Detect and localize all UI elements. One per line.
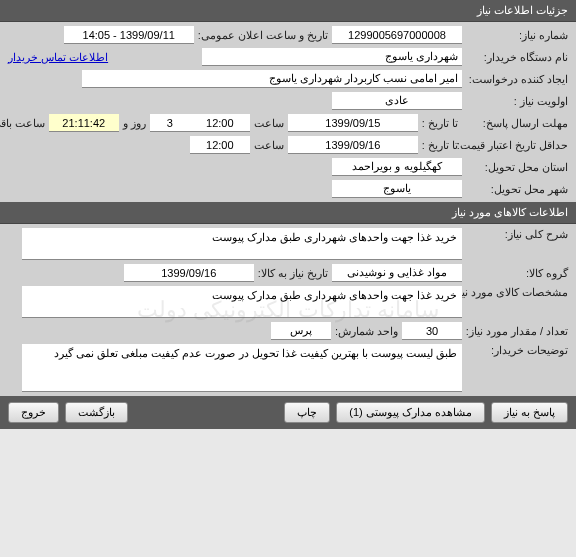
row-creator: ایجاد کننده درخواست:: [4, 68, 572, 90]
label-creator: ایجاد کننده درخواست:: [462, 73, 572, 86]
field-priority[interactable]: [332, 92, 462, 110]
field-city[interactable]: [332, 180, 462, 198]
field-credit-date[interactable]: [288, 136, 418, 154]
reply-button[interactable]: پاسخ به نیاز: [491, 402, 568, 423]
field-days[interactable]: [150, 114, 190, 132]
field-need-number[interactable]: [332, 26, 462, 44]
field-province[interactable]: [332, 158, 462, 176]
panel-goods: سامانه تدارکات الکترونیکی دولت شرح کلی ن…: [0, 224, 576, 396]
field-notes[interactable]: [22, 344, 462, 392]
field-spec[interactable]: [22, 286, 462, 318]
row-notes: توضیحات خریدار:: [4, 342, 572, 394]
field-qty[interactable]: [402, 322, 462, 340]
label-need-number: شماره نیاز:: [462, 29, 572, 42]
label-to-date: تا تاریخ :: [418, 117, 462, 130]
row-group: گروه کالا: تاریخ نیاز به کالا:: [4, 262, 572, 284]
print-button[interactable]: چاپ: [284, 402, 330, 423]
label-credit-to-date: تا تاریخ :: [418, 139, 462, 152]
label-unit: واحد شمارش:: [331, 325, 402, 338]
row-deadline: مهلت ارسال پاسخ: تا تاریخ : ساعت روز و س…: [4, 112, 572, 134]
label-desc: شرح کلی نیاز:: [462, 228, 572, 241]
row-need-number: شماره نیاز: تاریخ و ساعت اعلان عمومی:: [4, 24, 572, 46]
row-buyer: نام دستگاه خریدار: اطلاعات تماس خریدار: [4, 46, 572, 68]
label-notes: توضیحات خریدار:: [462, 344, 572, 357]
field-need-date[interactable]: [124, 264, 254, 282]
label-deadline: مهلت ارسال پاسخ:: [462, 117, 572, 130]
row-city: شهر محل تحویل:: [4, 178, 572, 200]
row-province: استان محل تحویل:: [4, 156, 572, 178]
label-need-date: تاریخ نیاز به کالا:: [254, 267, 332, 280]
label-qty: تعداد / مقدار مورد نیاز:: [462, 325, 572, 338]
attachments-button[interactable]: مشاهده مدارک پیوستی (1): [336, 402, 485, 423]
field-buyer[interactable]: [202, 48, 462, 66]
label-buyer: نام دستگاه خریدار:: [462, 51, 572, 64]
label-province: استان محل تحویل:: [462, 161, 572, 174]
field-announce[interactable]: [64, 26, 194, 44]
row-credit: حداقل تاریخ اعتبار قیمت: تا تاریخ : ساعت: [4, 134, 572, 156]
field-unit[interactable]: [271, 322, 331, 340]
label-announce: تاریخ و ساعت اعلان عمومی:: [194, 29, 332, 42]
row-qty: تعداد / مقدار مورد نیاز: واحد شمارش:: [4, 320, 572, 342]
field-creator[interactable]: [82, 70, 462, 88]
label-time: ساعت: [250, 117, 288, 130]
label-remaining: ساعت باقی مانده: [0, 117, 49, 130]
label-spec: مشخصات کالای مورد نیاز:: [462, 286, 572, 299]
panel-need-details: شماره نیاز: تاریخ و ساعت اعلان عمومی: نا…: [0, 22, 576, 202]
section-title-goods: اطلاعات کالاهای مورد نیاز: [452, 206, 568, 218]
exit-button[interactable]: خروج: [8, 402, 59, 423]
section-header-goods: اطلاعات کالاهای مورد نیاز: [0, 202, 576, 224]
label-credit-time: ساعت: [250, 139, 288, 152]
section-header-need-details: جزئیات اطلاعات نیاز: [0, 0, 576, 22]
label-credit: حداقل تاریخ اعتبار قیمت:: [462, 139, 572, 152]
field-deadline-time[interactable]: [190, 114, 250, 132]
field-group[interactable]: [332, 264, 462, 282]
label-group: گروه کالا:: [462, 267, 572, 280]
link-buyer-contact[interactable]: اطلاعات تماس خریدار: [4, 51, 112, 64]
field-desc[interactable]: [22, 228, 462, 260]
field-remaining[interactable]: [49, 114, 119, 132]
section-title: جزئیات اطلاعات نیاز: [477, 4, 568, 16]
field-credit-time[interactable]: [190, 136, 250, 154]
back-button[interactable]: بازگشت: [65, 402, 128, 423]
label-priority: اولویت نیاز :: [462, 95, 572, 108]
bottom-toolbar: پاسخ به نیاز مشاهده مدارک پیوستی (1) چاپ…: [0, 396, 576, 429]
row-priority: اولویت نیاز :: [4, 90, 572, 112]
label-days: روز و: [119, 117, 150, 130]
label-city: شهر محل تحویل:: [462, 183, 572, 196]
row-spec: مشخصات کالای مورد نیاز:: [4, 284, 572, 320]
row-desc: شرح کلی نیاز:: [4, 226, 572, 262]
field-deadline-date[interactable]: [288, 114, 418, 132]
